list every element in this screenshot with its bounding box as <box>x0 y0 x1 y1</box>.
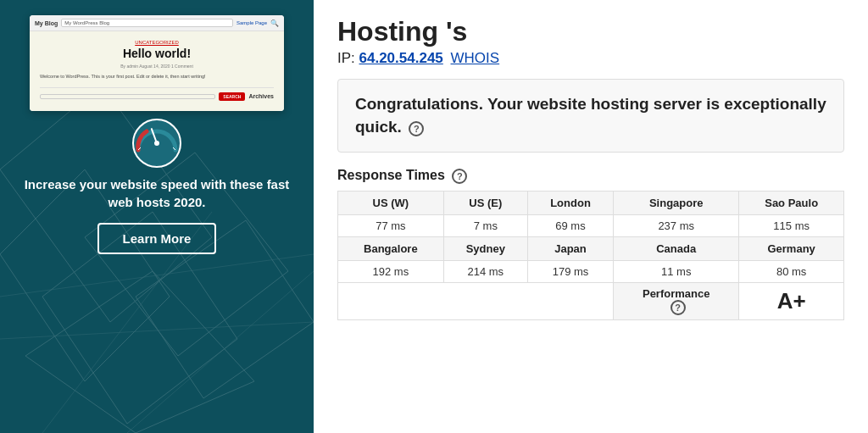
col-us-e: US (E) <box>443 192 527 215</box>
browser-toolbar: My Blog My WordPress Blog Sample Page 🔍 <box>30 15 284 31</box>
svg-line-6 <box>0 254 314 297</box>
col-us-w: US (W) <box>338 192 444 215</box>
performance-cell: Performance ? <box>614 283 739 320</box>
col-canada: Canada <box>614 237 739 261</box>
browser-url: My WordPress Blog <box>61 19 233 27</box>
response-times-help-icon[interactable]: ? <box>452 169 467 184</box>
browser-logo: My Blog <box>35 20 58 26</box>
left-panel: My Blog My WordPress Blog Sample Page 🔍 … <box>0 0 314 433</box>
val-us-w: 77 ms <box>338 215 444 237</box>
col-japan: Japan <box>527 237 613 261</box>
browser-hello-world: Hello world! <box>40 47 274 60</box>
val-japan: 179 ms <box>527 261 613 283</box>
browser-search-box <box>40 94 215 99</box>
col-germany: Germany <box>739 237 844 261</box>
site-title: Hosting 's <box>337 17 844 47</box>
val-canada: 11 ms <box>614 261 739 283</box>
val-london: 69 ms <box>527 215 613 237</box>
response-times-header: Response Times ? <box>337 168 844 184</box>
val-bangalore: 192 ms <box>338 261 444 283</box>
ip-line: IP: 64.20.54.245 WHOIS <box>337 50 844 67</box>
congrats-help-icon[interactable]: ? <box>409 121 424 136</box>
ip-label: IP: <box>337 50 355 66</box>
col-london: London <box>527 192 613 215</box>
performance-row: Performance ? A+ <box>338 283 844 320</box>
browser-mockup: My Blog My WordPress Blog Sample Page 🔍 … <box>30 15 284 111</box>
learn-more-button[interactable]: Learn More <box>97 223 217 254</box>
browser-search-button[interactable]: SEARCH <box>219 92 245 101</box>
performance-label: Performance <box>643 287 709 300</box>
val-germany: 80 ms <box>739 261 844 283</box>
congrats-box: Congratulations. Your website hosting se… <box>337 79 844 153</box>
right-panel: Hosting 's IP: 64.20.54.245 WHOIS Congra… <box>314 0 868 433</box>
performance-help-icon[interactable]: ? <box>670 300 686 315</box>
browser-archives-label: Archives <box>248 93 274 99</box>
browser-body-text: Welcome to WordPress. This is your first… <box>40 74 274 80</box>
browser-content: UNCATEGORIZED Hello world! By admin Augu… <box>30 31 284 111</box>
browser-uncategorized: UNCATEGORIZED <box>40 40 274 45</box>
response-times-table: US (W) US (E) London Singapore Sao Paulo… <box>337 191 844 320</box>
val-singapore: 237 ms <box>614 215 739 237</box>
browser-meta: By admin August 14, 2020 1 Comment <box>40 64 274 69</box>
browser-sample-page: Sample Page <box>236 20 267 25</box>
col-singapore: Singapore <box>614 192 739 215</box>
col-sao-paulo: Sao Paulo <box>739 192 844 215</box>
val-sydney: 214 ms <box>443 261 527 283</box>
svg-line-9 <box>127 271 314 433</box>
table-row: 77 ms 7 ms 69 ms 237 ms 115 ms <box>338 215 844 237</box>
svg-point-12 <box>154 141 159 146</box>
whois-link[interactable]: WHOIS <box>451 50 500 66</box>
congrats-text: Congratulations. Your website hosting se… <box>355 95 826 136</box>
speedometer-icon <box>131 118 182 169</box>
val-sao-paulo: 115 ms <box>739 215 844 237</box>
table-header-row-2: Bangalore Sydney Japan Canada Germany <box>338 237 844 261</box>
speedometer-container <box>131 118 182 169</box>
table-row: 192 ms 214 ms 179 ms 11 ms 80 ms <box>338 261 844 283</box>
table-header-row-1: US (W) US (E) London Singapore Sao Paulo <box>338 192 844 215</box>
col-sydney: Sydney <box>443 237 527 261</box>
grade-cell: A+ <box>739 283 844 320</box>
ip-address[interactable]: 64.20.54.245 <box>359 50 443 66</box>
promo-text: Increase your website speed with these f… <box>0 175 314 211</box>
col-bangalore: Bangalore <box>338 237 444 261</box>
empty-cell <box>338 283 614 320</box>
browser-search-icon: 🔍 <box>270 19 279 27</box>
val-us-e: 7 ms <box>443 215 527 237</box>
browser-footer: SEARCH Archives <box>40 87 274 101</box>
